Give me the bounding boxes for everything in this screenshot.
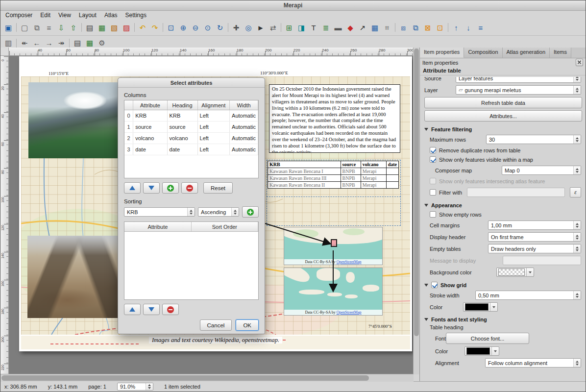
add-basic-shape-button[interactable]: ◆ [344, 22, 356, 33]
heading-header[interactable]: Heading [167, 100, 197, 110]
attribute-header[interactable]: Attribute [133, 100, 167, 110]
add-new-map-button[interactable]: ⊞ [283, 22, 295, 33]
zoom-full-button[interactable]: ⊡ [165, 22, 177, 33]
export-as-pdf-button[interactable]: ▨ [121, 22, 132, 33]
export-as-svg-button[interactable]: ▧ [108, 22, 120, 33]
show-grid-section[interactable]: Show grid [424, 282, 581, 288]
ok-button[interactable]: OK [236, 319, 259, 331]
sort-attribute-header[interactable]: Attribute [124, 222, 191, 232]
add-arrow-button[interactable]: ↗ [357, 22, 368, 33]
export-as-image-button[interactable]: ▦ [96, 22, 108, 33]
article-text-frame[interactable]: On 25 October 2010 the Indonesian govern… [269, 84, 400, 153]
cell-margins-spinner[interactable]: 1,00 mm [488, 220, 581, 230]
show-grid-checkbox[interactable] [431, 282, 438, 288]
volcano-photo[interactable] [28, 82, 123, 158]
horizontal-scrollbar-thumb[interactable] [1, 375, 369, 381]
composer-map-combo[interactable]: Map 0 [502, 166, 581, 175]
add-sort-button[interactable] [242, 206, 259, 218]
background-color-button[interactable] [496, 268, 534, 277]
maximum-rows-spinner[interactable]: 30 [486, 135, 581, 144]
sort-order-header[interactable]: Sort Order [191, 222, 258, 232]
vertical-scrollbar[interactable] [413, 48, 419, 374]
tab-item-properties[interactable]: Item properties [420, 48, 464, 58]
menu-edit[interactable]: Edit [36, 11, 54, 19]
new-composition-button[interactable]: ▢ [19, 22, 30, 33]
layer-combo[interactable]: ▱ gunung merapi meletus [456, 85, 581, 95]
add-legend-button[interactable]: ≣ [320, 22, 332, 33]
lock-selected-items-button[interactable]: ⊠ [422, 22, 434, 33]
filter-with-checkbox[interactable] [430, 189, 436, 196]
add-scalebar-button[interactable]: ▬ [332, 22, 344, 33]
redo-button[interactable]: ↷ [149, 22, 161, 33]
remove-sort-button[interactable] [162, 304, 179, 315]
print-button[interactable]: ▤ [84, 22, 96, 33]
print-atlas-button[interactable]: ▤ [72, 37, 83, 49]
width-header[interactable]: Width [230, 100, 258, 110]
last-feature-button[interactable]: ↠ [55, 37, 67, 49]
export-atlas-as-image-button[interactable]: ▦ [84, 37, 96, 49]
unlock-all-items-button[interactable]: ⊡ [434, 22, 446, 33]
add-label-button[interactable]: T [308, 22, 319, 33]
lower-selected-items-button[interactable]: ↓ [463, 22, 474, 33]
filter-expression-input[interactable] [467, 188, 565, 197]
column-definition-row[interactable]: 3datedateLeftAutomatic [124, 144, 258, 155]
source-combo[interactable]: Layer features [456, 77, 581, 83]
zoom-in-button[interactable]: ⊕ [177, 22, 189, 33]
first-feature-button[interactable]: ↞ [19, 37, 30, 49]
tab-items[interactable]: Items [550, 48, 571, 58]
menu-atlas[interactable]: Atlas [100, 11, 122, 19]
add-items-from-template-button[interactable]: ⇧ [68, 22, 79, 33]
color-dropdown-icon[interactable] [490, 303, 497, 311]
panel-close-icon[interactable] [576, 59, 583, 66]
zoom-out-button[interactable]: ⊖ [190, 22, 201, 33]
fonts-section[interactable]: Fonts and text styling [424, 317, 581, 322]
pan-tool-button[interactable]: ✚ [230, 22, 242, 33]
horizontal-scrollbar[interactable] [0, 374, 414, 382]
save-as-template-button[interactable]: ⇩ [55, 22, 67, 33]
align-items-button[interactable]: ≡ [475, 22, 487, 33]
remove-duplicates-checkbox[interactable] [430, 147, 436, 153]
dialog-titlebar[interactable]: Select attributes [118, 78, 265, 88]
color-dropdown-icon[interactable] [491, 347, 499, 355]
sort-order-combo[interactable]: Ascending [198, 207, 239, 217]
select-move-item-button[interactable]: ► [255, 22, 267, 33]
inset-map-regional[interactable]: Data CC-By-SA by OpenStreetMap [284, 227, 383, 265]
group-items-button[interactable]: ⧈ [397, 22, 409, 33]
alignment-combo[interactable]: Follow column alignment [485, 358, 581, 368]
menu-settings[interactable]: Settings [122, 11, 150, 19]
zoom-actual-button[interactable]: ⊙ [202, 22, 214, 33]
tab-composition[interactable]: Composition [464, 48, 502, 58]
move-column-up-button[interactable] [124, 182, 141, 194]
expression-builder-button[interactable]: ε [570, 187, 581, 197]
refresh-table-data-button[interactable]: Refresh table data [424, 97, 582, 108]
ungroup-items-button[interactable]: ⧉ [410, 22, 421, 33]
show-empty-rows-checkbox[interactable] [430, 211, 436, 218]
move-sort-up-button[interactable] [124, 304, 141, 315]
menu-view[interactable]: View [54, 11, 75, 19]
cancel-button[interactable]: Cancel [200, 319, 232, 331]
next-feature-button[interactable]: → [43, 37, 55, 49]
remove-column-button[interactable] [181, 182, 198, 194]
column-definition-row[interactable]: 1sourcesourceLeftAutomatic [124, 122, 258, 133]
composition-manager-button[interactable]: ≡ [43, 22, 55, 33]
refresh-view-button[interactable]: ↻ [214, 22, 226, 33]
feature-filtering-section[interactable]: Feature filtering [424, 126, 581, 132]
move-sort-down-button[interactable] [143, 304, 160, 315]
save-composition-button[interactable]: ▣ [2, 22, 14, 33]
display-header-combo[interactable]: On first frame [488, 232, 581, 242]
menu-composer[interactable]: Composer [1, 11, 36, 19]
empty-tables-combo[interactable]: Draw headers only [488, 244, 581, 253]
map-attribute-table[interactable]: KRB source volcano date Kawasan Rawan Be… [268, 161, 399, 189]
atlas-settings-button[interactable]: ⚙ [96, 37, 108, 49]
stroke-width-spinner[interactable]: 0,50 mm [475, 291, 581, 300]
grid-color-button[interactable] [463, 302, 498, 312]
osm-link[interactable]: OpenStreetMap [337, 260, 362, 264]
add-column-button[interactable] [162, 182, 179, 194]
column-definition-row[interactable]: 2volcanovolcanoLeftAutomatic [124, 133, 258, 144]
visible-within-map-checkbox[interactable] [430, 156, 436, 163]
preview-atlas-button[interactable]: ▥ [2, 37, 14, 49]
columns-table[interactable]: Attribute Heading Alignment Width 0KRBKR… [124, 100, 259, 178]
duplicate-composition-button[interactable]: ⧉ [31, 22, 43, 33]
menu-layout[interactable]: Layout [75, 11, 100, 19]
vertical-scrollbar-thumb[interactable] [414, 49, 419, 336]
